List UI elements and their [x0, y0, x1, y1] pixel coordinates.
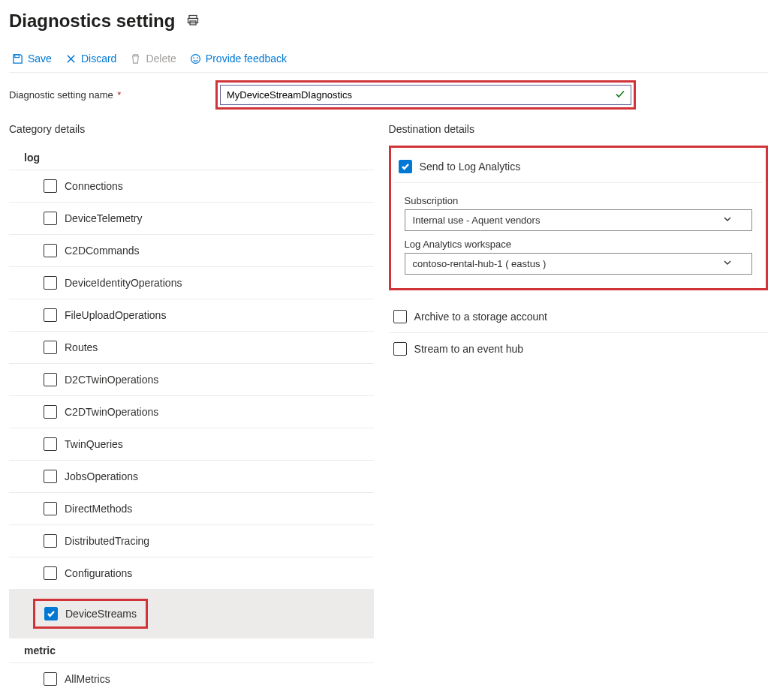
log-item-routes[interactable]: Routes: [9, 332, 374, 364]
checkbox-icon[interactable]: [44, 405, 57, 419]
metric-list: AllMetrics: [9, 663, 374, 695]
discard-label: Discard: [81, 53, 116, 65]
checkbox-icon[interactable]: [44, 470, 57, 483]
log-item-c2dcommands[interactable]: C2DCommands: [9, 235, 374, 267]
log-item-label: FileUploadOperations: [65, 309, 166, 321]
subscription-label: Subscription: [405, 195, 752, 206]
command-toolbar: Save Discard Delete Provide feedback: [9, 48, 768, 73]
dest-label: Archive to a storage account: [414, 311, 547, 323]
devicestreams-highlight: DeviceStreams: [33, 599, 148, 629]
checkbox-icon[interactable]: [44, 179, 57, 193]
log-item-label: Connections: [65, 180, 123, 192]
log-item-label: DeviceStreams: [65, 608, 137, 620]
dest-eventhub[interactable]: Stream to an event hub: [389, 333, 768, 365]
log-item-label: TwinQueries: [65, 438, 123, 450]
log-item-label: C2DCommands: [65, 245, 140, 257]
dest-storage[interactable]: Archive to a storage account: [389, 301, 768, 333]
log-item-label: DirectMethods: [65, 503, 132, 515]
log-analytics-highlight: Send to Log Analytics Subscription Inter…: [389, 146, 768, 290]
checkbox-icon[interactable]: [44, 566, 57, 580]
chevron-down-icon: [723, 215, 732, 226]
chevron-down-icon: [723, 258, 732, 269]
checkbox-icon[interactable]: [393, 310, 407, 323]
checkbox-icon[interactable]: [44, 437, 57, 451]
log-item-connections[interactable]: Connections: [9, 170, 374, 203]
checkbox-icon[interactable]: [44, 341, 57, 354]
svg-point-4: [191, 54, 200, 63]
checkbox-icon[interactable]: [393, 342, 407, 356]
log-list: Connections DeviceTelemetry C2DCommands …: [9, 170, 374, 638]
log-item-label: DistributedTracing: [65, 535, 149, 547]
checkbox-icon[interactable]: [44, 212, 57, 225]
log-item-devicetelemetry[interactable]: DeviceTelemetry: [9, 203, 374, 235]
svg-point-6: [197, 57, 198, 59]
dest-log-analytics[interactable]: Send to Log Analytics: [394, 151, 763, 183]
log-item-fileuploadoperations[interactable]: FileUploadOperations: [9, 299, 374, 332]
log-item-distributedtracing[interactable]: DistributedTracing: [9, 525, 374, 557]
metric-item-allmetrics[interactable]: AllMetrics: [9, 663, 374, 695]
metric-group-title: metric: [9, 638, 374, 663]
svg-rect-3: [15, 54, 20, 57]
log-group-title: log: [9, 146, 374, 170]
checkbox-icon[interactable]: [44, 276, 57, 290]
destination-details-title: Destination details: [389, 123, 768, 135]
save-label: Save: [28, 53, 52, 65]
log-item-label: D2CTwinOperations: [65, 374, 158, 386]
checkbox-icon[interactable]: [44, 607, 58, 620]
checkbox-icon[interactable]: [44, 534, 57, 548]
valid-check-icon: [615, 89, 625, 101]
svg-rect-0: [189, 15, 197, 18]
log-item-label: DeviceTelemetry: [65, 212, 142, 224]
checkbox-icon[interactable]: [44, 502, 57, 515]
dest-label: Stream to an event hub: [414, 343, 524, 355]
log-item-deviceidentityoperations[interactable]: DeviceIdentityOperations: [9, 267, 374, 299]
subscription-dropdown[interactable]: Internal use - Aquent vendors: [405, 209, 752, 231]
save-button[interactable]: Save: [12, 53, 52, 65]
log-item-directmethods[interactable]: DirectMethods: [9, 493, 374, 525]
feedback-label: Provide feedback: [206, 53, 287, 65]
log-item-twinqueries[interactable]: TwinQueries: [9, 428, 374, 461]
category-details-title: Category details: [9, 123, 374, 135]
checkbox-icon[interactable]: [44, 373, 57, 386]
log-item-label: Configurations: [65, 567, 132, 579]
workspace-label: Log Analytics workspace: [405, 239, 752, 250]
setting-name-highlight: [215, 80, 636, 110]
log-item-jobsoperations[interactable]: JobsOperations: [9, 461, 374, 493]
discard-button[interactable]: Discard: [65, 53, 116, 65]
setting-name-label: Diagnostic setting name *: [9, 89, 215, 101]
delete-label: Delete: [146, 53, 176, 65]
svg-point-5: [193, 57, 194, 59]
workspace-dropdown[interactable]: contoso-rental-hub-1 ( eastus ): [405, 253, 752, 275]
log-item-label: DeviceIdentityOperations: [65, 277, 182, 289]
feedback-button[interactable]: Provide feedback: [190, 53, 287, 65]
checkbox-icon[interactable]: [44, 672, 57, 686]
checkbox-icon[interactable]: [399, 160, 412, 173]
dest-label: Send to Log Analytics: [420, 161, 521, 173]
checkbox-icon[interactable]: [44, 244, 57, 257]
log-item-devicestreams-row[interactable]: DeviceStreams: [9, 590, 374, 638]
checkbox-icon[interactable]: [44, 308, 57, 322]
log-analytics-panel: Subscription Internal use - Aquent vendo…: [394, 183, 763, 285]
subscription-value: Internal use - Aquent vendors: [413, 215, 541, 226]
log-item-label: JobsOperations: [65, 470, 138, 482]
log-item-label: Routes: [65, 341, 98, 353]
print-icon[interactable]: [187, 14, 199, 29]
page-title: Diagnostics setting: [9, 11, 175, 32]
delete-button: Delete: [130, 53, 176, 65]
log-item-configurations[interactable]: Configurations: [9, 557, 374, 590]
setting-name-input[interactable]: [220, 85, 631, 105]
log-item-c2dtwinoperations[interactable]: C2DTwinOperations: [9, 396, 374, 428]
log-item-d2ctwinoperations[interactable]: D2CTwinOperations: [9, 364, 374, 396]
log-item-label: C2DTwinOperations: [65, 406, 158, 418]
metric-item-label: AllMetrics: [65, 673, 110, 685]
workspace-value: contoso-rental-hub-1 ( eastus ): [413, 258, 547, 269]
